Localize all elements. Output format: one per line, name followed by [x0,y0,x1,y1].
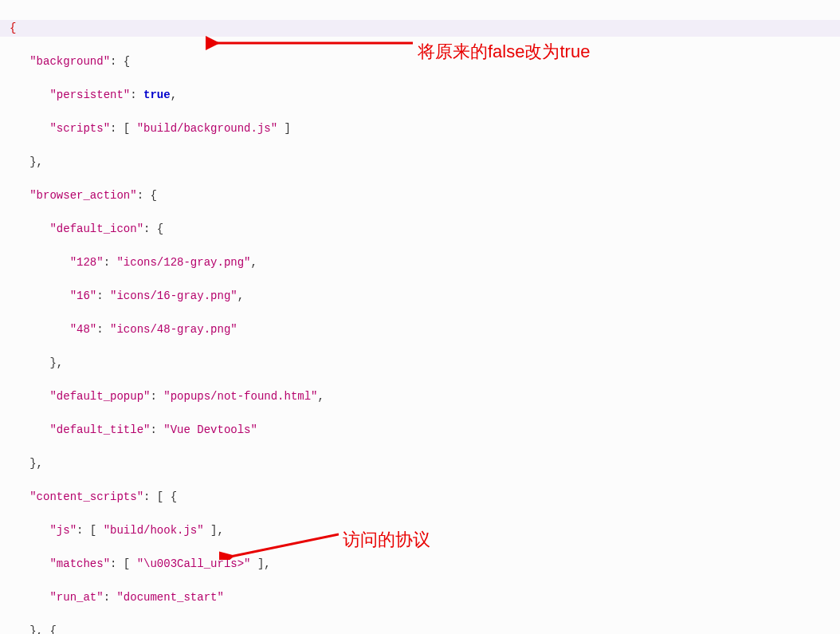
annotation-text-2: 访问的协议 [343,526,430,553]
annotation-text-1: 将原来的false改为true [418,38,590,65]
persistent-value: true [143,89,171,101]
